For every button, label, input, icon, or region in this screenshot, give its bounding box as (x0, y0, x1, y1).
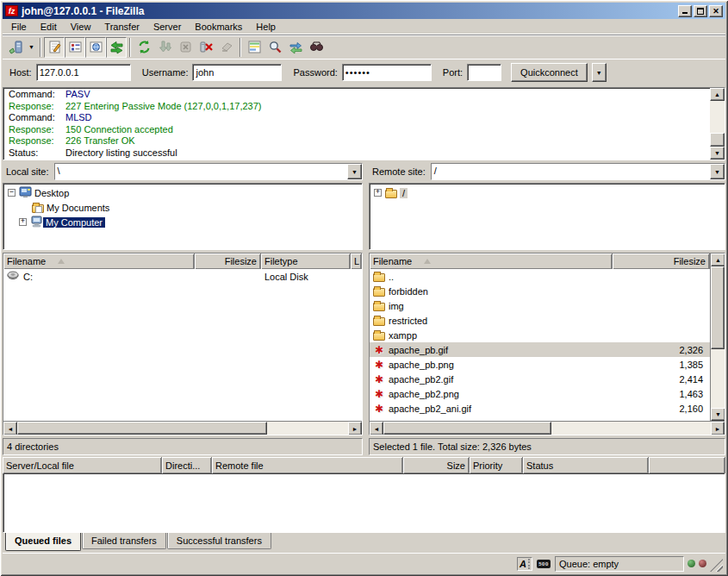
port-input[interactable] (467, 64, 501, 81)
filter-files-icon[interactable] (264, 37, 285, 58)
column-header-filetype[interactable]: Filetype (261, 254, 351, 269)
file-row[interactable]: .. (370, 269, 710, 284)
file-row[interactable]: forbidden (370, 284, 710, 298)
tree-item-my-documents[interactable]: My Documents (3, 200, 362, 215)
file-row-selected[interactable]: ✱apache_pb.gif2,326 (370, 342, 710, 357)
log-scrollbar[interactable]: ▲ ▼ (710, 88, 725, 160)
maximize-button[interactable] (694, 5, 707, 17)
scroll-right-icon[interactable]: ► (711, 422, 725, 435)
column-header-status[interactable]: Status (523, 457, 649, 473)
file-row[interactable]: xampp (370, 328, 710, 342)
site-manager-dropdown-icon[interactable]: ▼ (26, 37, 37, 58)
file-row[interactable]: ✱apache_pb2_ani.gif2,160 (370, 401, 710, 416)
menu-server[interactable]: Server (146, 20, 188, 34)
column-header-size[interactable]: Size (403, 457, 470, 473)
log-label: Command: (3, 112, 65, 124)
file-row[interactable]: C: Local Disk (3, 269, 362, 284)
chevron-down-icon[interactable]: ▼ (710, 164, 725, 179)
local-horizontal-scrollbar[interactable]: ◄ ► (3, 421, 362, 435)
collapse-icon[interactable]: − (8, 189, 16, 197)
remote-tree[interactable]: + / (369, 183, 725, 250)
site-manager-icon[interactable] (5, 37, 26, 58)
directory-comparison-icon[interactable] (244, 37, 264, 58)
find-files-icon[interactable] (306, 37, 327, 58)
message-log-body[interactable]: Command:PASV Response:227 Entering Passi… (3, 88, 710, 160)
host-input[interactable] (36, 64, 131, 81)
scrollbar-thumb[interactable] (710, 133, 725, 147)
toolbar-separator (40, 38, 41, 57)
toggle-message-log-icon[interactable] (44, 37, 65, 58)
process-queue-icon[interactable] (154, 37, 175, 58)
expand-icon[interactable]: + (374, 189, 382, 197)
scrollbar-thumb[interactable] (17, 422, 267, 435)
column-header-direction[interactable]: Directi... (162, 457, 212, 473)
transfer-type-icon[interactable]: A (517, 557, 532, 571)
scroll-up-icon[interactable]: ▲ (710, 88, 725, 101)
column-header-priority[interactable]: Priority (470, 457, 523, 473)
reconnect-icon[interactable] (216, 37, 237, 58)
tab-failed-transfers[interactable]: Failed transfers (82, 533, 166, 549)
column-header-server-local-file[interactable]: Server/Local file (3, 457, 162, 473)
tab-queued-files[interactable]: Queued files (5, 533, 81, 551)
tree-item-root[interactable]: + / (370, 185, 725, 200)
menu-edit[interactable]: Edit (34, 20, 64, 34)
tab-successful-transfers[interactable]: Successful transfers (167, 533, 271, 549)
synchronized-browsing-icon[interactable] (285, 37, 306, 58)
file-row[interactable]: ✱apache_pb2.gif2,414 (370, 372, 710, 386)
column-header-filename[interactable]: Filename (370, 254, 613, 269)
quickconnect-dropdown-icon[interactable]: ▼ (592, 63, 607, 82)
username-input[interactable] (192, 64, 282, 81)
file-row[interactable]: restricted (370, 313, 710, 328)
expand-icon[interactable]: + (19, 218, 27, 226)
remote-site-value[interactable]: / (432, 164, 710, 179)
local-file-rows[interactable]: C: Local Disk (3, 269, 362, 421)
scroll-left-icon[interactable]: ◄ (3, 422, 17, 435)
resize-grip[interactable] (710, 559, 723, 572)
menu-transfer[interactable]: Transfer (97, 20, 146, 34)
tree-item-my-computer[interactable]: + My Computer (3, 215, 362, 229)
queue-body[interactable] (3, 473, 725, 533)
disconnect-icon[interactable] (196, 37, 216, 58)
toggle-transfer-queue-icon[interactable] (106, 37, 127, 58)
remote-site-combobox[interactable]: / ▼ (431, 163, 725, 180)
menu-view[interactable]: View (64, 20, 98, 34)
scroll-up-icon[interactable]: ▲ (711, 254, 725, 266)
speed-limit-icon[interactable]: 500 (536, 557, 551, 571)
minimize-button[interactable] (678, 5, 692, 17)
local-site-combobox[interactable]: \ ▼ (54, 163, 363, 180)
panel-splitter[interactable] (363, 163, 369, 455)
remote-horizontal-scrollbar[interactable]: ◄ ► (370, 421, 725, 435)
refresh-icon[interactable] (134, 37, 154, 58)
file-row[interactable]: ✱apache_pb.png1,385 (370, 357, 710, 372)
scrollbar-thumb[interactable] (383, 422, 551, 435)
remote-vertical-scrollbar[interactable]: ▲ ▼ (710, 254, 725, 421)
toggle-remote-tree-icon[interactable] (85, 37, 106, 58)
scroll-right-icon[interactable]: ► (348, 422, 362, 435)
menu-bookmarks[interactable]: Bookmarks (188, 20, 249, 34)
local-site-value[interactable]: \ (55, 164, 347, 179)
close-button[interactable]: ✕ (709, 5, 723, 17)
menu-help[interactable]: Help (249, 20, 283, 34)
column-header-remote-file[interactable]: Remote file (212, 457, 403, 473)
scroll-down-icon[interactable]: ▼ (710, 147, 725, 160)
scroll-down-icon[interactable]: ▼ (711, 408, 725, 421)
local-tree[interactable]: − Desktop My Documents + My Computer (3, 183, 363, 250)
cancel-operation-icon[interactable] (175, 37, 196, 58)
password-input[interactable] (342, 64, 432, 81)
scrollbar-thumb[interactable] (711, 266, 725, 349)
folder-icon (373, 303, 385, 311)
quickconnect-button[interactable]: Quickconnect (511, 63, 588, 82)
file-row[interactable]: ✱apache_pb2.png1,463 (370, 386, 710, 401)
menu-file[interactable]: File (4, 20, 34, 34)
remote-file-rows[interactable]: .. forbidden img restricted xampp ✱apach… (370, 269, 710, 421)
column-header-last-modified[interactable]: L (351, 254, 362, 269)
file-row[interactable]: img (370, 298, 710, 313)
image-file-icon: ✱ (373, 360, 385, 370)
column-header-filename[interactable]: Filename (3, 254, 195, 269)
chevron-down-icon[interactable]: ▼ (347, 164, 362, 179)
scroll-left-icon[interactable]: ◄ (370, 422, 383, 435)
column-header-filesize[interactable]: Filesize (613, 254, 710, 269)
toggle-local-tree-icon[interactable] (65, 37, 85, 58)
column-header-filesize[interactable]: Filesize (195, 254, 261, 269)
tree-item-desktop[interactable]: − Desktop (3, 185, 362, 200)
